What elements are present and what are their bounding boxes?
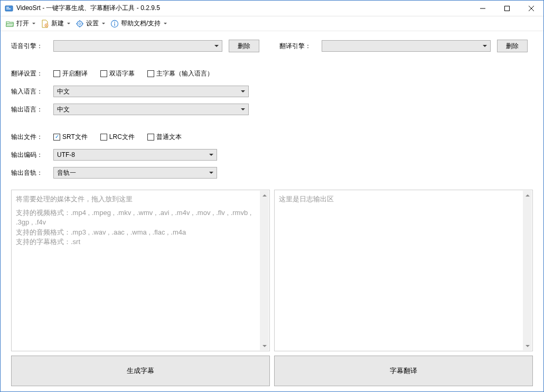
chevron-down-icon xyxy=(483,45,487,47)
speech-engine-combo[interactable] xyxy=(53,40,222,52)
log-placeholder: 这里是日志输出区 xyxy=(279,194,523,204)
window-title: VideoSrt - 一键字幕生成、字幕翻译小工具 - 0.2.9.5 xyxy=(16,4,471,13)
minimize-button[interactable] xyxy=(471,1,495,16)
translate-engine-combo[interactable] xyxy=(322,40,491,52)
chevron-down-icon xyxy=(164,23,167,24)
translate-subtitle-button[interactable]: 字幕翻译 xyxy=(274,356,533,386)
info-icon xyxy=(110,20,119,28)
toolbar-help-label: 帮助文档/支持 xyxy=(121,19,161,28)
chevron-down-icon xyxy=(102,23,105,24)
output-file-label: 输出文件： xyxy=(11,133,53,142)
chevron-down-icon xyxy=(209,172,213,174)
drop-hint-line: 支持的字幕格式：.srt xyxy=(16,237,260,247)
srt-checkbox[interactable]: ✓ SRT文件 xyxy=(53,133,88,142)
new-file-icon xyxy=(41,20,49,28)
chevron-down-icon xyxy=(241,108,245,110)
media-drop-panel[interactable]: 将需要处理的媒体文件，拖入放到这里 支持的视频格式：.mp4 , .mpeg ,… xyxy=(11,190,270,351)
translate-engine-delete-button[interactable]: 删除 xyxy=(497,40,528,52)
input-lang-label: 输入语言： xyxy=(11,87,53,96)
output-encoding-value: UTF-8 xyxy=(57,151,75,158)
content-area: 语音引擎： 删除 翻译引擎： 删除 翻译设置： 开启翻译 双语字幕 xyxy=(1,31,543,391)
translate-settings-label: 翻译设置： xyxy=(11,69,53,78)
toolbar-open[interactable]: 打开 xyxy=(4,18,37,29)
chevron-down-icon xyxy=(241,90,245,92)
toolbar-new-label: 新建 xyxy=(51,19,64,28)
checkbox-checked-icon: ✓ xyxy=(53,134,60,141)
output-lang-combo[interactable]: 中文 xyxy=(53,104,249,115)
output-lang-label: 输出语言： xyxy=(11,105,53,114)
toolbar: 打开 新建 设置 帮助文档/支持 xyxy=(1,16,543,31)
svg-rect-2 xyxy=(6,8,11,10)
drop-hint-line: 支持的视频格式：.mp4 , .mpeg , .mkv , .wmv , .av… xyxy=(16,208,260,227)
scrollbar[interactable] xyxy=(523,191,532,350)
gear-icon xyxy=(76,20,84,28)
scroll-up-icon xyxy=(523,191,532,200)
svg-point-17 xyxy=(114,22,115,23)
checkbox-icon xyxy=(147,134,154,141)
scroll-down-icon xyxy=(260,341,269,350)
output-track-value: 音轨一 xyxy=(57,169,76,178)
scroll-down-icon xyxy=(523,341,532,350)
generate-subtitle-button[interactable]: 生成字幕 xyxy=(11,356,270,386)
checkbox-icon xyxy=(100,134,107,141)
input-lang-combo[interactable]: 中文 xyxy=(53,86,249,97)
toolbar-settings[interactable]: 设置 xyxy=(73,18,107,29)
checkbox-icon xyxy=(53,70,60,77)
folder-open-icon xyxy=(6,20,14,28)
titlebar: VideoSrt - 一键字幕生成、字幕翻译小工具 - 0.2.9.5 xyxy=(1,1,543,16)
translate-engine-label: 翻译引擎： xyxy=(279,42,322,51)
toolbar-settings-label: 设置 xyxy=(86,19,99,28)
lrc-checkbox[interactable]: LRC文件 xyxy=(100,133,135,142)
svg-rect-18 xyxy=(114,23,115,26)
chevron-down-icon xyxy=(209,154,213,156)
output-lang-value: 中文 xyxy=(57,105,70,114)
drop-hint-line: 支持的音频格式：.mp3 , .wav , .aac , .wma , .fla… xyxy=(16,228,260,237)
svg-rect-4 xyxy=(505,6,510,11)
scrollbar[interactable] xyxy=(260,191,269,350)
svg-point-11 xyxy=(79,23,81,25)
toolbar-help[interactable]: 帮助文档/支持 xyxy=(108,18,169,29)
output-encoding-label: 输出编码： xyxy=(11,151,53,160)
output-track-label: 输出音轨： xyxy=(11,169,53,178)
log-output-panel: 这里是日志输出区 xyxy=(274,190,533,351)
maximize-button[interactable] xyxy=(495,1,519,16)
output-track-combo[interactable]: 音轨一 xyxy=(53,167,217,179)
checkbox-icon xyxy=(147,70,154,77)
speech-engine-delete-button[interactable]: 删除 xyxy=(229,40,259,52)
plain-text-checkbox[interactable]: 普通文本 xyxy=(147,133,182,142)
toolbar-new[interactable]: 新建 xyxy=(39,18,72,29)
enable-translate-checkbox[interactable]: 开启翻译 xyxy=(53,69,88,78)
toolbar-open-label: 打开 xyxy=(16,19,29,28)
drop-hint-line: 将需要处理的媒体文件，拖入放到这里 xyxy=(16,194,260,204)
svg-rect-1 xyxy=(6,7,9,8)
output-encoding-combo[interactable]: UTF-8 xyxy=(53,149,217,161)
chevron-down-icon xyxy=(67,23,70,24)
checkbox-icon xyxy=(100,70,107,77)
chevron-down-icon xyxy=(214,45,219,47)
input-lang-value: 中文 xyxy=(57,87,70,96)
svg-point-10 xyxy=(77,21,82,26)
app-icon xyxy=(5,4,13,13)
chevron-down-icon xyxy=(32,23,35,24)
close-button[interactable] xyxy=(519,1,543,16)
bilingual-checkbox[interactable]: 双语字幕 xyxy=(100,69,135,78)
scroll-up-icon xyxy=(260,191,269,200)
speech-engine-label: 语音引擎： xyxy=(11,42,53,51)
main-subtitle-checkbox[interactable]: 主字幕（输入语言） xyxy=(147,69,213,78)
